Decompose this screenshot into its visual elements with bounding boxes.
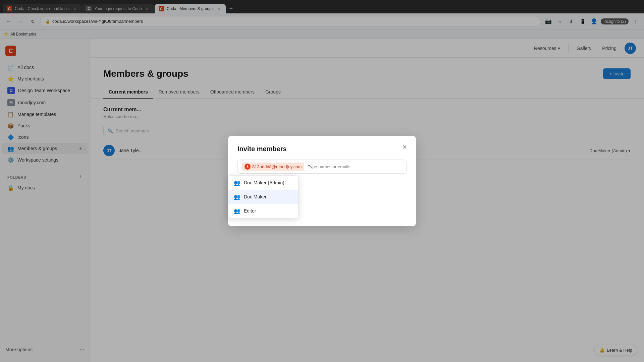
invite-chip-avatar: 8 bbox=[245, 164, 251, 170]
role-option-doc-maker-admin[interactable]: 👥 Doc Maker (Admin) bbox=[228, 176, 298, 190]
browser-frame: C Coda | Check your email to fini ✕ C Yo… bbox=[0, 0, 644, 362]
role-option-admin-label: Doc Maker (Admin) bbox=[244, 180, 284, 185]
role-option-doc-maker[interactable]: 👥 Doc Maker bbox=[228, 190, 298, 204]
role-option-maker-label: Doc Maker bbox=[244, 194, 267, 199]
group-icon-maker: 👥 bbox=[234, 193, 240, 200]
group-icon-admin: 👥 bbox=[234, 179, 240, 186]
invite-email-chip: 8 813addd8@moodjoy.com bbox=[242, 163, 304, 171]
role-dropdown: 👥 Doc Maker (Admin) 👥 Doc Maker 👥 Editor bbox=[228, 175, 299, 218]
modal-title: Invite members bbox=[237, 145, 407, 153]
invite-input-row: 8 813addd8@moodjoy.com bbox=[237, 160, 407, 174]
group-icon-editor: 👥 bbox=[234, 207, 240, 214]
invite-modal: Invite members ✕ 8 813addd8@moodjoy.com … bbox=[228, 136, 416, 226]
role-option-editor-label: Editor bbox=[244, 208, 256, 214]
invite-names-input[interactable] bbox=[308, 164, 402, 169]
modal-overlay[interactable]: Invite members ✕ 8 813addd8@moodjoy.com … bbox=[0, 0, 644, 362]
invite-chip-email: 813addd8@moodjoy.com bbox=[252, 164, 302, 169]
role-option-editor[interactable]: 👥 Editor bbox=[228, 204, 298, 218]
modal-close-button[interactable]: ✕ bbox=[400, 142, 409, 152]
